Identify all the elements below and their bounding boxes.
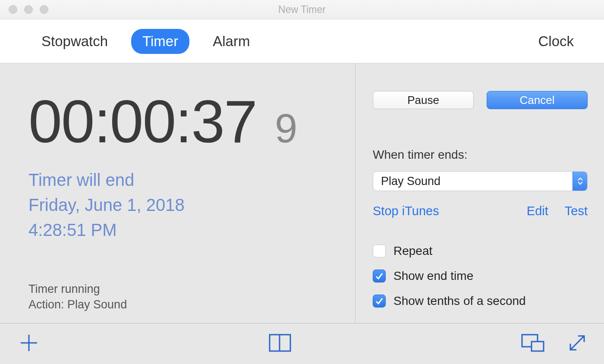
tab-clock[interactable]: Clock [538,33,574,50]
timer-controls-pane: Pause Cancel When timer ends: Play Sound… [355,63,604,323]
sidebar-icon [269,334,291,352]
when-timer-ends-dropdown[interactable]: Play Sound [373,171,588,191]
show-tenths-label: Show tenths of a second [393,294,526,308]
tab-timer[interactable]: Timer [131,29,189,54]
pause-button[interactable]: Pause [373,91,474,109]
titlebar: New Timer [0,0,604,19]
show-end-time-checkbox[interactable]: Show end time [373,269,588,283]
timer-end-info: Timer will end Friday, June 1, 2018 4:28… [28,167,355,242]
svg-rect-5 [532,342,544,351]
dropdown-selected-value: Play Sound [381,175,440,188]
test-link[interactable]: Test [565,204,588,218]
options-checkboxes: Repeat Show end time Show tenths of a se… [373,244,588,308]
plus-icon [19,333,39,353]
window-controls [9,5,48,14]
tab-alarm[interactable]: Alarm [201,29,261,54]
timer-readout: 00:00:37 9 [28,91,355,152]
timer-status: Timer running Action: Play Sound [28,281,355,313]
timer-tenths: 9 [275,105,297,152]
show-end-time-label: Show end time [393,269,473,283]
timer-end-date: Friday, June 1, 2018 [28,192,355,217]
footer-toolbar [0,323,604,364]
fullscreen-button[interactable] [567,333,588,355]
minimize-window-button[interactable] [24,5,33,14]
svg-line-6 [570,336,584,350]
window-title: New Timer [0,4,604,16]
repeat-checkbox[interactable]: Repeat [373,244,588,258]
repeat-label: Repeat [393,244,432,258]
timer-display-pane: 00:00:37 9 Timer will end Friday, June 1… [0,63,355,323]
add-button[interactable] [19,347,39,354]
toggle-sidebar-button[interactable] [269,334,291,354]
timer-action-line: Action: Play Sound [28,297,355,312]
checkbox-icon [373,245,386,257]
checkbox-icon [373,270,386,282]
timer-status-line: Timer running [28,281,355,297]
updown-chevron-icon [573,172,587,191]
stop-itunes-link[interactable]: Stop iTunes [373,204,439,218]
close-window-button[interactable] [9,5,17,14]
mode-tabs: Stopwatch Timer Alarm [30,29,261,54]
timer-end-label: Timer will end [28,167,355,192]
edit-link[interactable]: Edit [527,204,548,218]
main-content: 00:00:37 9 Timer will end Friday, June 1… [0,63,604,323]
zoom-window-button[interactable] [40,5,48,14]
pip-icon [521,334,544,352]
when-timer-ends-label: When timer ends: [373,148,588,162]
timer-end-time: 4:28:51 PM [28,217,355,242]
tab-stopwatch[interactable]: Stopwatch [30,29,119,54]
timer-value: 00:00:37 [28,91,257,152]
show-tenths-checkbox[interactable]: Show tenths of a second [373,294,588,308]
toolbar: Stopwatch Timer Alarm Clock [0,19,604,63]
cancel-button[interactable]: Cancel [487,91,588,109]
picture-in-picture-button[interactable] [521,334,544,354]
expand-icon [567,333,588,353]
checkbox-icon [373,295,386,308]
control-buttons: Pause Cancel [373,91,588,109]
action-links: Stop iTunes Edit Test [373,204,588,218]
